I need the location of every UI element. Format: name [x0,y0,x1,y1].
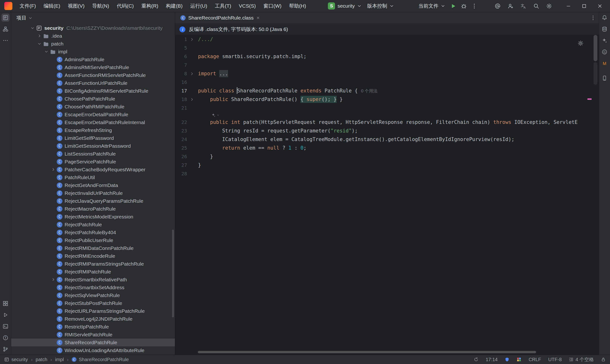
search-button[interactable] [531,1,541,11]
tree-item-PatchRuleUtil[interactable]: CPatchRuleUtil [11,173,175,181]
ai-tool-button[interactable] [600,37,609,45]
debug-button[interactable] [458,1,469,11]
tree-item-ChoosePathPatchRule[interactable]: CChoosePathPatchRule [11,95,175,103]
tab-list-icon[interactable] [590,15,596,21]
vertical-scrollbar-thumb[interactable] [594,35,597,61]
vcs-widget[interactable]: 版本控制 [364,1,397,11]
close-button[interactable] [592,0,608,12]
inline-hint-row[interactable] [175,112,599,118]
tree-item-AssertFunctionRMIServletPatchRule[interactable]: CAssertFunctionRMIServletPatchRule [11,71,175,79]
line-number[interactable]: 24 [175,135,187,144]
tree-chevron-icon[interactable] [50,168,57,171]
tree-chevron-icon[interactable] [29,26,36,30]
fold-marker-icon[interactable] [187,69,196,78]
menu-item-9[interactable]: 工具(T) [211,1,235,11]
menu-item-6[interactable]: 重构(R) [138,1,162,11]
breadcrumb-security[interactable]: security [12,357,28,362]
tree-item-RejectPatchRule[interactable]: CRejectPatchRule [11,221,175,228]
horizontal-scrollbar-thumb[interactable] [198,351,536,353]
tree-item-AdminsRMIServletPatchRule[interactable]: CAdminsRMIServletPatchRule [11,63,175,71]
tree-item-LimitGetSessionAttrPassword[interactable]: CLimitGetSessionAttrPassword [11,142,175,150]
tree-item-security[interactable]: securityC:\Users\SZZY\Downloads\smartbi\… [11,24,175,32]
line-separator[interactable]: CRLF [529,357,541,362]
tree-item-RejectRMIDataConnPatchRule[interactable]: CRejectRMIDataConnPatchRule [11,244,175,252]
tree-item-ChoosePathRMIPatchRule[interactable]: CChoosePathRMIPatchRule [11,103,175,111]
gradle-tool-button[interactable]: G [600,48,609,56]
menu-item-11[interactable]: 窗口(W) [260,1,285,11]
tree-item-RejectPatchRuleBy404[interactable]: CRejectPatchRuleBy404 [11,228,175,236]
tree-item-RejectRMIParamsStringsPatchRule[interactable]: CRejectRMIParamsStringsPatchRule [11,260,175,268]
tree-item-RejectGetAndFormData[interactable]: CRejectGetAndFormData [11,181,175,189]
maximize-button[interactable] [576,0,592,12]
code-editor[interactable]: 1/.../56package smartbi.security.patch.i… [175,35,599,355]
tree-scrollbar[interactable] [172,230,174,317]
tree-item-EscapeErrorDetailPatchRule[interactable]: CEscapeErrorDetailPatchRule [11,111,175,118]
caret-position[interactable]: 17:14 [486,357,497,362]
tree-item-patch[interactable]: patch [11,40,175,48]
run-tool-button[interactable] [1,311,10,319]
tree-item-RestrictIpPatchRule[interactable]: CRestrictIpPatchRule [11,323,175,331]
tree-item-RejectPublicUserRule[interactable]: CRejectPublicUserRule [11,236,175,244]
tree-item-RejectInvalidUrlPatchRule[interactable]: CRejectInvalidUrlPatchRule [11,189,175,197]
breadcrumb-impl[interactable]: impl [55,357,64,362]
run-button[interactable] [448,1,458,11]
line-number[interactable]: 6 [175,52,187,61]
tree-item-WindowUnLoadingAndAttributeRule[interactable]: CWindowUnLoadingAndAttributeRule [11,346,175,354]
tree-item-RejectStubPostPatchRule[interactable]: CRejectStubPostPatchRule [11,299,175,307]
tree-item-RejectSmartbixSetAddress[interactable]: CRejectSmartbixSetAddress [11,284,175,291]
tree-item-ListSessionsPatchRule[interactable]: CListSessionsPatchRule [11,150,175,158]
line-number[interactable]: 28 [175,169,187,178]
structure-tool-button[interactable] [1,25,10,33]
menu-item-3[interactable]: 视图(V) [64,1,88,11]
fold-marker-icon[interactable] [187,95,196,104]
tree-item-RejectMetricsModelExpression[interactable]: CRejectMetricsModelExpression [11,213,175,221]
tree-item-RejectMacroPatchRule[interactable]: CRejectMacroPatchRule [11,205,175,213]
usages-inlay[interactable]: 0 个用法 [361,89,377,93]
terminal-tool-button[interactable] [1,322,10,330]
line-number[interactable]: 23 [175,127,187,135]
tree-item-BIConfigAdminsRMIServletPatchRule[interactable]: CBIConfigAdminsRMIServletPatchRule [11,87,175,95]
more-tool-button[interactable] [1,37,10,45]
line-number[interactable]: 17 [175,87,187,95]
breadcrumb-ShareRecordPatchRule[interactable]: ShareRecordPatchRule [79,357,129,362]
tree-item-RMIServletPatchRule[interactable]: CRMIServletPatchRule [11,331,175,338]
gear-button[interactable] [544,1,554,11]
shield-plugin[interactable] [505,357,509,362]
more-actions-button[interactable] [469,1,480,11]
adduser-button[interactable] [505,1,516,11]
database-tool-button[interactable] [600,25,609,33]
git-tool-button[interactable] [1,345,10,353]
tree-item-impl[interactable]: impl [11,48,175,55]
project-widget[interactable]: S security [325,1,364,11]
project-tool-button[interactable] [1,13,10,22]
caret-stripe-mark[interactable] [587,98,592,100]
bell-tool-button[interactable] [600,13,609,22]
line-number[interactable]: 22 [175,118,187,127]
readonly-toggle[interactable] [601,357,606,362]
tree-item-RejectURLParamsStringsPatchRule[interactable]: CRejectURLParamsStringsPatchRule [11,307,175,315]
menu-item-12[interactable]: 帮助(H) [285,1,310,11]
line-number[interactable]: 5 [175,44,187,52]
menu-item-10[interactable]: VCS(S) [235,1,260,11]
tab-close-icon[interactable] [256,16,260,20]
menu-item-5[interactable]: 代码(C) [113,1,138,11]
tree-item-RemoveLog4j2JNDIPatchRule[interactable]: CRemoveLog4j2JNDIPatchRule [11,315,175,323]
input-method[interactable] [517,357,521,362]
tree-item-ShareRecordPatchRule[interactable]: CShareRecordPatchRule [11,338,175,346]
tree-item-RejectSmartbixRelativePath[interactable]: CRejectSmartbixRelativePath [11,276,175,284]
run-configuration-widget[interactable]: 当前文件 [415,1,448,11]
problems-tool-button[interactable] [1,334,10,342]
tree-item-LimitGetSelfPassword[interactable]: CLimitGetSelfPassword [11,134,175,142]
tree-item-PatcherCacheBodyRequestWrapper[interactable]: CPatcherCacheBodyRequestWrapper [11,166,175,173]
device-tool-button[interactable] [600,74,609,82]
tree-item-.idea[interactable]: .idea [11,32,175,40]
tree-item-EscapeErrorDetailPatchRuleInternal[interactable]: CEscapeErrorDetailPatchRuleInternal [11,118,175,126]
tree-item-RejectJavaQueryParamsPatchRule[interactable]: CRejectJavaQueryParamsPatchRule [11,197,175,205]
tree-item-RejectSqlViewPatchRule[interactable]: CRejectSqlViewPatchRule [11,291,175,299]
project-panel-header[interactable]: 项目 [11,12,175,24]
line-number[interactable]: 25 [175,144,187,152]
line-number[interactable]: 21 [175,104,187,112]
breadcrumb-patch[interactable]: patch [36,357,47,362]
line-number[interactable]: 8 [175,69,187,78]
editor-settings-gear-icon[interactable] [578,40,584,46]
